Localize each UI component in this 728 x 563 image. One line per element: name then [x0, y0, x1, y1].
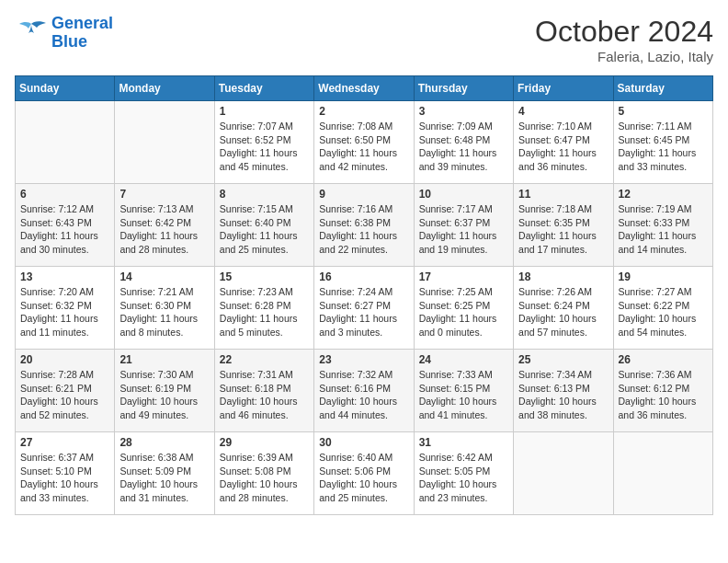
- day-info: Sunrise: 7:36 AM Sunset: 6:12 PM Dayligh…: [619, 368, 708, 422]
- day-info: Sunrise: 6:38 AM Sunset: 5:09 PM Dayligh…: [119, 451, 209, 505]
- calendar-cell: 12Sunrise: 7:19 AM Sunset: 6:33 PM Dayli…: [613, 184, 712, 267]
- calendar-week-row: 20Sunrise: 7:28 AM Sunset: 6:21 PM Dayli…: [16, 350, 713, 432]
- calendar-cell: 17Sunrise: 7:25 AM Sunset: 6:25 PM Dayli…: [414, 267, 513, 350]
- calendar-week-row: 27Sunrise: 6:37 AM Sunset: 5:10 PM Dayli…: [16, 432, 713, 515]
- day-info: Sunrise: 7:33 AM Sunset: 6:15 PM Dayligh…: [419, 368, 508, 422]
- day-info: Sunrise: 7:21 AM Sunset: 6:30 PM Dayligh…: [119, 285, 209, 339]
- day-number: 1: [220, 105, 309, 118]
- day-number: 21: [119, 353, 209, 366]
- calendar-cell: 9Sunrise: 7:16 AM Sunset: 6:38 PM Daylig…: [314, 184, 414, 267]
- calendar-cell: 18Sunrise: 7:26 AM Sunset: 6:24 PM Dayli…: [514, 267, 613, 350]
- calendar-cell: 24Sunrise: 7:33 AM Sunset: 6:15 PM Dayli…: [414, 350, 513, 432]
- day-number: 29: [220, 436, 309, 449]
- day-header-friday: Friday: [514, 76, 613, 101]
- day-number: 14: [119, 270, 209, 283]
- day-info: Sunrise: 6:39 AM Sunset: 5:08 PM Dayligh…: [220, 451, 309, 505]
- page-header: General Blue October 2024 Faleria, Lazio…: [15, 15, 713, 64]
- day-info: Sunrise: 7:34 AM Sunset: 6:13 PM Dayligh…: [518, 368, 608, 422]
- day-header-tuesday: Tuesday: [214, 76, 313, 101]
- day-header-wednesday: Wednesday: [314, 76, 414, 101]
- day-number: 6: [20, 188, 109, 201]
- calendar-cell: [115, 101, 214, 184]
- calendar-cell: 4Sunrise: 7:10 AM Sunset: 6:47 PM Daylig…: [514, 101, 613, 184]
- day-number: 5: [619, 105, 708, 118]
- calendar-header-row: SundayMondayTuesdayWednesdayThursdayFrid…: [16, 76, 713, 101]
- day-header-monday: Monday: [115, 76, 214, 101]
- calendar-cell: [613, 432, 712, 515]
- day-info: Sunrise: 7:25 AM Sunset: 6:25 PM Dayligh…: [419, 285, 508, 339]
- calendar-week-row: 13Sunrise: 7:20 AM Sunset: 6:32 PM Dayli…: [16, 267, 713, 350]
- day-number: 18: [518, 270, 608, 283]
- calendar-cell: 14Sunrise: 7:21 AM Sunset: 6:30 PM Dayli…: [115, 267, 214, 350]
- day-number: 31: [419, 436, 508, 449]
- calendar-cell: 26Sunrise: 7:36 AM Sunset: 6:12 PM Dayli…: [613, 350, 712, 432]
- day-info: Sunrise: 7:32 AM Sunset: 6:16 PM Dayligh…: [319, 368, 408, 422]
- title-block: October 2024 Faleria, Lazio, Italy: [535, 15, 713, 64]
- logo-name: General Blue: [51, 15, 113, 52]
- day-header-sunday: Sunday: [16, 76, 115, 101]
- calendar-cell: 31Sunrise: 6:42 AM Sunset: 5:05 PM Dayli…: [414, 432, 513, 515]
- logo-icon: [15, 19, 48, 47]
- calendar-cell: 22Sunrise: 7:31 AM Sunset: 6:18 PM Dayli…: [214, 350, 313, 432]
- day-number: 3: [419, 105, 508, 118]
- day-number: 24: [419, 353, 508, 366]
- day-number: 22: [220, 353, 309, 366]
- calendar-cell: 20Sunrise: 7:28 AM Sunset: 6:21 PM Dayli…: [16, 350, 115, 432]
- calendar-cell: 16Sunrise: 7:24 AM Sunset: 6:27 PM Dayli…: [314, 267, 414, 350]
- calendar-cell: 1Sunrise: 7:07 AM Sunset: 6:52 PM Daylig…: [214, 101, 313, 184]
- day-number: 7: [119, 188, 209, 201]
- calendar-cell: 5Sunrise: 7:11 AM Sunset: 6:45 PM Daylig…: [613, 101, 712, 184]
- calendar-week-row: 6Sunrise: 7:12 AM Sunset: 6:43 PM Daylig…: [16, 184, 713, 267]
- calendar-cell: 29Sunrise: 6:39 AM Sunset: 5:08 PM Dayli…: [214, 432, 313, 515]
- day-number: 20: [20, 353, 109, 366]
- day-number: 30: [319, 436, 408, 449]
- day-info: Sunrise: 7:26 AM Sunset: 6:24 PM Dayligh…: [518, 285, 608, 339]
- day-number: 23: [319, 353, 408, 366]
- day-info: Sunrise: 7:20 AM Sunset: 6:32 PM Dayligh…: [20, 285, 109, 339]
- day-info: Sunrise: 7:10 AM Sunset: 6:47 PM Dayligh…: [518, 120, 608, 174]
- day-info: Sunrise: 7:19 AM Sunset: 6:33 PM Dayligh…: [619, 202, 708, 257]
- logo: General Blue: [15, 15, 113, 52]
- day-number: 25: [518, 353, 608, 366]
- day-info: Sunrise: 7:28 AM Sunset: 6:21 PM Dayligh…: [20, 368, 109, 422]
- day-header-thursday: Thursday: [414, 76, 513, 101]
- day-number: 16: [319, 270, 408, 283]
- day-info: Sunrise: 7:15 AM Sunset: 6:40 PM Dayligh…: [220, 202, 309, 257]
- day-number: 27: [20, 436, 109, 449]
- calendar-cell: 7Sunrise: 7:13 AM Sunset: 6:42 PM Daylig…: [115, 184, 214, 267]
- day-info: Sunrise: 7:17 AM Sunset: 6:37 PM Dayligh…: [419, 202, 508, 257]
- day-number: 9: [319, 188, 408, 201]
- calendar-week-row: 1Sunrise: 7:07 AM Sunset: 6:52 PM Daylig…: [16, 101, 713, 184]
- calendar-cell: 28Sunrise: 6:38 AM Sunset: 5:09 PM Dayli…: [115, 432, 214, 515]
- calendar-cell: 23Sunrise: 7:32 AM Sunset: 6:16 PM Dayli…: [314, 350, 414, 432]
- day-info: Sunrise: 7:07 AM Sunset: 6:52 PM Dayligh…: [220, 120, 309, 174]
- day-number: 4: [518, 105, 608, 118]
- day-number: 17: [419, 270, 508, 283]
- calendar-cell: 30Sunrise: 6:40 AM Sunset: 5:06 PM Dayli…: [314, 432, 414, 515]
- day-info: Sunrise: 7:16 AM Sunset: 6:38 PM Dayligh…: [319, 202, 408, 257]
- calendar-cell: [16, 101, 115, 184]
- day-info: Sunrise: 6:42 AM Sunset: 5:05 PM Dayligh…: [419, 451, 508, 505]
- day-info: Sunrise: 7:12 AM Sunset: 6:43 PM Dayligh…: [20, 202, 109, 257]
- day-info: Sunrise: 7:31 AM Sunset: 6:18 PM Dayligh…: [220, 368, 309, 422]
- day-info: Sunrise: 7:23 AM Sunset: 6:28 PM Dayligh…: [220, 285, 309, 339]
- day-info: Sunrise: 7:08 AM Sunset: 6:50 PM Dayligh…: [319, 120, 408, 174]
- calendar-table: SundayMondayTuesdayWednesdayThursdayFrid…: [15, 75, 713, 515]
- location: Faleria, Lazio, Italy: [535, 49, 713, 64]
- calendar-cell: 19Sunrise: 7:27 AM Sunset: 6:22 PM Dayli…: [613, 267, 712, 350]
- day-number: 11: [518, 188, 608, 201]
- calendar-cell: 21Sunrise: 7:30 AM Sunset: 6:19 PM Dayli…: [115, 350, 214, 432]
- day-number: 13: [20, 270, 109, 283]
- day-number: 26: [619, 353, 708, 366]
- day-info: Sunrise: 7:24 AM Sunset: 6:27 PM Dayligh…: [319, 285, 408, 339]
- calendar-cell: 2Sunrise: 7:08 AM Sunset: 6:50 PM Daylig…: [314, 101, 414, 184]
- calendar-cell: [514, 432, 613, 515]
- day-number: 15: [220, 270, 309, 283]
- day-number: 28: [119, 436, 209, 449]
- day-header-saturday: Saturday: [613, 76, 712, 101]
- day-info: Sunrise: 6:37 AM Sunset: 5:10 PM Dayligh…: [20, 451, 109, 505]
- day-number: 10: [419, 188, 508, 201]
- day-info: Sunrise: 7:30 AM Sunset: 6:19 PM Dayligh…: [119, 368, 209, 422]
- day-number: 12: [619, 188, 708, 201]
- day-info: Sunrise: 7:18 AM Sunset: 6:35 PM Dayligh…: [518, 202, 608, 257]
